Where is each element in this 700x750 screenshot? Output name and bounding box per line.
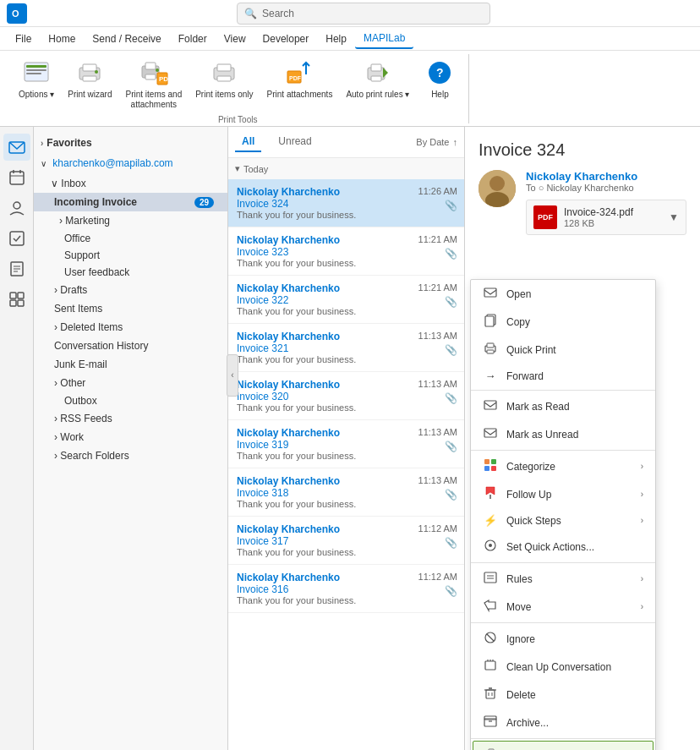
sidebar-outbox[interactable]: Outbox	[34, 392, 227, 409]
ctx-rules[interactable]: Rules ›	[471, 565, 655, 593]
email-attach-4: 📎	[445, 392, 457, 404]
email-item-4[interactable]: Nickolay Kharchenko Invoice 320 Thank yo…	[228, 372, 464, 420]
nav-contacts[interactable]	[3, 194, 30, 222]
nav-mail[interactable]	[3, 134, 30, 161]
ribbon-print-wizard-button[interactable]: Print wizard	[63, 54, 117, 113]
ctx-forward[interactable]: → Forward	[471, 364, 655, 388]
ribbon-help-button[interactable]: ? Help	[418, 54, 462, 113]
ctx-clean-up[interactable]: Clean Up Conversation	[471, 653, 655, 681]
sort-direction-icon[interactable]: ↑	[453, 137, 458, 147]
ctx-divider-5	[471, 738, 655, 739]
ctx-rules-label: Rules	[506, 573, 533, 585]
svg-rect-17	[217, 64, 231, 71]
sidebar-support[interactable]: Support	[34, 247, 227, 264]
ribbon-print-attachments-button[interactable]: PDF Print attachments	[262, 54, 338, 113]
sidebar-junk-email[interactable]: Junk E-mail	[34, 355, 227, 374]
ctx-copy[interactable]: Copy	[471, 308, 655, 336]
menu-file[interactable]: File	[7, 30, 40, 48]
sidebar-sent-items[interactable]: Sent Items	[34, 299, 227, 318]
set-quick-actions-icon	[483, 539, 498, 555]
menu-developer[interactable]: Developer	[254, 30, 318, 48]
ctx-delete[interactable]: Delete	[471, 681, 655, 709]
avatar-image	[479, 170, 516, 207]
ribbon-options-button[interactable]: Options ▾	[14, 54, 59, 113]
nav-calendar[interactable]	[3, 164, 30, 191]
menu-bar: File Home Send / Receive Folder View Dev…	[0, 27, 700, 51]
sort-label[interactable]: By Date	[416, 137, 449, 147]
sidebar-office[interactable]: Office	[34, 230, 227, 247]
email-preview-5: Thank you for your business.	[237, 451, 456, 461]
ctx-quick-print[interactable]: Quick Print	[471, 336, 655, 364]
ctx-archive[interactable]: Archive...	[471, 709, 655, 736]
sidebar-conversation-history[interactable]: Conversation History	[34, 337, 227, 355]
attachment-dropdown-button[interactable]: ▼	[669, 211, 679, 223]
email-item-3[interactable]: Nickolay Kharchenko Invoice 321 Thank yo…	[228, 324, 464, 372]
categorize-arrow: ›	[641, 462, 643, 471]
reading-sender-name: Nickolay Kharchenko	[526, 170, 686, 183]
menu-mapilab[interactable]: MAPILab	[355, 29, 413, 49]
ctx-divider-2	[471, 450, 655, 451]
sidebar-collapse-button[interactable]: ‹	[227, 354, 238, 397]
sidebar-incoming-invoice[interactable]: Incoming Invoice 29	[34, 193, 227, 211]
email-item-0[interactable]: Nickolay Kharchenko Invoice 324 Thank yo…	[228, 179, 464, 227]
ctx-quick-steps[interactable]: ⚡ Quick Steps ›	[471, 508, 655, 533]
nav-grid[interactable]	[3, 286, 30, 313]
ctx-open[interactable]: Open	[471, 280, 655, 308]
tab-unread[interactable]: Unread	[271, 132, 318, 152]
ribbon-print-items-attachments-button[interactable]: PDF Print items andattachments	[121, 54, 188, 113]
ctx-move[interactable]: Move ›	[471, 593, 655, 621]
ctx-print-items-attachments[interactable]: PDF Print items and attachments	[473, 741, 654, 750]
ctx-set-quick-actions[interactable]: Set Quick Actions...	[471, 533, 655, 561]
menu-folder[interactable]: Folder	[170, 30, 216, 48]
search-bar[interactable]: 🔍 Search	[237, 3, 490, 25]
email-item-1[interactable]: Nickolay Kharchenko Invoice 323 Thank yo…	[228, 227, 464, 276]
menu-home[interactable]: Home	[40, 30, 84, 48]
tab-all[interactable]: All	[235, 132, 261, 152]
email-item-8[interactable]: Nickolay Kharchenko Invoice 316 Thank yo…	[228, 565, 464, 613]
ctx-mark-read[interactable]: Mark as Read	[471, 392, 655, 420]
email-item-5[interactable]: Nickolay Kharchenko Invoice 319 Thank yo…	[228, 420, 464, 468]
svg-rect-46	[484, 288, 496, 297]
email-item-6[interactable]: Nickolay Kharchenko Invoice 318 Thank yo…	[228, 468, 464, 517]
email-item-2[interactable]: Nickolay Kharchenko Invoice 322 Thank yo…	[228, 276, 464, 324]
account-email: kharchenko@mapilab.com	[52, 157, 172, 169]
svg-rect-4	[26, 69, 46, 71]
ctx-ignore[interactable]: Ignore	[471, 625, 655, 653]
menu-help[interactable]: Help	[317, 30, 355, 48]
nav-notes[interactable]	[3, 255, 30, 282]
sidebar-email-account[interactable]: ∨ kharchenko@mapilab.com	[34, 152, 227, 174]
email-preview-3: Thank you for your business.	[237, 354, 456, 364]
ctx-mark-unread[interactable]: Mark as Unread	[471, 420, 655, 448]
ctx-copy-label: Copy	[506, 316, 530, 328]
svg-text:PDF: PDF	[289, 75, 302, 81]
inbox-label: ∨ Inbox	[51, 178, 86, 189]
rules-arrow: ›	[641, 574, 643, 583]
ribbon-print-items-only-button[interactable]: Print items only	[190, 54, 258, 113]
sidebar-drafts[interactable]: › Drafts	[34, 281, 227, 299]
menu-view[interactable]: View	[216, 30, 254, 48]
sidebar-rss-feeds[interactable]: › RSS Feeds	[34, 409, 227, 428]
favorites-label: Favorites	[46, 137, 91, 149]
menu-send-receive[interactable]: Send / Receive	[84, 30, 169, 48]
sidebar-marketing[interactable]: › Marketing	[34, 211, 227, 230]
email-list-body: ▾ Today Nickolay Kharchenko Invoice 324 …	[228, 158, 464, 750]
sidebar-favorites[interactable]: › Favorites	[34, 134, 227, 152]
account-collapse-icon: ∨	[41, 159, 46, 168]
print-items-attachments-icon: PDF	[139, 57, 169, 88]
sidebar-user-feedback[interactable]: User feedback	[34, 264, 227, 281]
print-items-only-icon	[209, 57, 239, 88]
ctx-categorize[interactable]: > Categorize ›	[471, 452, 655, 480]
email-item-7[interactable]: Nickolay Kharchenko Invoice 317 Thank yo…	[228, 517, 464, 565]
svg-rect-29	[10, 172, 24, 184]
sidebar: › Favorites ∨ kharchenko@mapilab.com ∨ I…	[34, 127, 228, 750]
ctx-follow-up[interactable]: Follow Up ›	[471, 480, 655, 508]
email-attach-7: 📎	[445, 537, 457, 549]
nav-tasks[interactable]	[3, 225, 30, 252]
email-list-header: All Unread By Date ↑	[228, 127, 464, 158]
sidebar-work[interactable]: › Work	[34, 428, 227, 446]
sidebar-inbox[interactable]: ∨ Inbox	[34, 174, 227, 193]
sidebar-deleted-items[interactable]: › Deleted Items	[34, 318, 227, 337]
sidebar-search-folders[interactable]: › Search Folders	[34, 446, 227, 465]
ribbon-auto-print-rules-button[interactable]: Auto print rules ▾	[341, 54, 414, 113]
sidebar-other[interactable]: › Other	[34, 374, 227, 392]
